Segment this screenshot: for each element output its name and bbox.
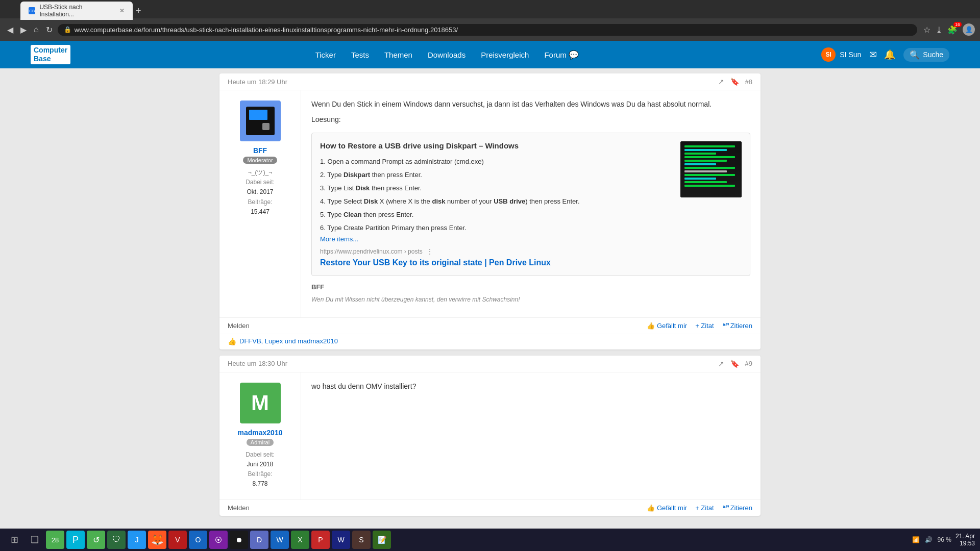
taskbar-app15[interactable]: S — [352, 531, 371, 549]
taskbar-network-icon[interactable]: 📶 — [912, 536, 920, 543]
cite-button-9[interactable]: ❝❞ Zitieren — [722, 504, 752, 512]
t-line — [684, 170, 727, 172]
post-8-emoji: ¬_(ツ)_¬ — [246, 168, 275, 178]
forward-button[interactable]: ▶ — [18, 23, 29, 37]
tab-close-button[interactable]: ✕ — [119, 7, 125, 14]
post-9-posts-value: 8.778 — [252, 480, 267, 487]
nav-tests[interactable]: Tests — [351, 51, 369, 59]
taskbar-grid-icon[interactable]: ⊞ — [5, 531, 23, 549]
quote-button-8[interactable]: + Zitat — [695, 322, 714, 330]
post-8-action-left: Melden — [228, 322, 250, 330]
step-2: 2. Type Diskpart then press Enter. — [320, 168, 670, 182]
nav-ticker[interactable]: Ticker — [315, 51, 336, 59]
bookmark-icon[interactable]: ☆ — [923, 25, 930, 35]
post-8-signature: BFF — [311, 283, 750, 291]
extensions-icon[interactable]: 🧩 — [947, 25, 958, 35]
page-content: Heute um 18:29 Uhr ↗ 🔖 #8 BFF Moderator — [209, 68, 771, 527]
post-8-body: BFF Moderator ¬_(ツ)_¬ Dabei seit:Okt. 20… — [219, 90, 761, 317]
bookmark-post-icon-9[interactable]: 🔖 — [730, 360, 739, 368]
bell-icon[interactable]: 🔔 — [884, 49, 895, 60]
taskbar-app2[interactable]: ↺ — [87, 531, 105, 549]
logo-line2: Base — [34, 55, 67, 63]
download-icon[interactable]: ⤓ — [936, 25, 942, 35]
site-logo[interactable]: Computer Base — [31, 45, 72, 64]
mail-icon[interactable]: ✉ — [869, 49, 877, 60]
avatar-letter: M — [251, 391, 269, 415]
link-title-big[interactable]: Restore Your USB Key to its original sta… — [320, 258, 742, 267]
taskbar-app7[interactable]: O — [189, 531, 207, 549]
link-preview-title: How to Restore a USB drive using Diskpar… — [320, 141, 670, 150]
back-button[interactable]: ◀ — [5, 23, 15, 37]
post-9-text: wo hast du denn OMV installiert? — [311, 381, 750, 392]
post-8-posts-value: 15.447 — [251, 208, 270, 215]
user-name: SI Sun — [840, 51, 861, 59]
nav-preisvergleich[interactable]: Preisvergleich — [481, 51, 529, 59]
post-9-posts-label: Beiträge: — [248, 470, 272, 478]
taskbar-app4[interactable]: J — [128, 531, 146, 549]
taskbar-app11[interactable]: W — [271, 531, 289, 549]
report-button-8[interactable]: Melden — [228, 322, 250, 330]
t-line — [684, 149, 727, 151]
nav-bar: ◀ ▶ ⌂ ↻ 🔒 www.computerbase.de/forum/thre… — [0, 18, 980, 41]
terminal-screenshot — [680, 141, 742, 197]
taskbar-app16[interactable]: 📝 — [373, 531, 391, 549]
taskbar-app10[interactable]: D — [250, 531, 268, 549]
bookmark-post-icon[interactable]: 🔖 — [730, 78, 739, 86]
url-text: www.computerbase.de/forum/threads/usb-st… — [75, 26, 911, 34]
post-9-content: wo hast du denn OMV installiert? — [301, 372, 761, 499]
taskbar-windows-icon[interactable]: ❑ — [26, 531, 44, 549]
like-button-9[interactable]: 👍 Gefällt mir — [647, 504, 687, 512]
t-line — [684, 163, 716, 165]
nav-forum[interactable]: Forum 💬 — [544, 50, 578, 60]
taskbar-app6[interactable]: V — [168, 531, 187, 549]
share-icon-9[interactable]: ↗ — [718, 360, 724, 368]
post-8-author-role: Moderator — [243, 157, 277, 164]
likes-users[interactable]: DFFVB, Lupex und madmax2010 — [239, 337, 338, 345]
taskbar-app5[interactable]: 🦊 — [148, 531, 166, 549]
step-1: 1. Open a command Prompt as administrato… — [320, 155, 670, 168]
post-8-signature-quote: Wen Du mit Wissen nicht überzeugen kanns… — [311, 296, 750, 303]
taskbar-clock[interactable]: 21. Apr 19:53 — [955, 533, 975, 547]
taskbar-right: 📶 🔊 96 % 21. Apr 19:53 — [912, 533, 975, 547]
nav-themen[interactable]: Themen — [384, 51, 412, 59]
post-9: Heute um 18:30 Uhr ↗ 🔖 #9 M madmax2010 A… — [219, 356, 761, 516]
profile-button[interactable]: 👤 — [963, 23, 975, 36]
report-button-9[interactable]: Melden — [228, 504, 250, 512]
post-9-author-name[interactable]: madmax2010 — [238, 429, 283, 437]
t-line — [684, 156, 735, 158]
search-button[interactable]: 🔍 Suche — [903, 48, 949, 62]
taskbar-app14[interactable]: W — [332, 531, 350, 549]
share-icon[interactable]: ↗ — [718, 78, 724, 86]
taskbar-app8[interactable]: ⦿ — [209, 531, 228, 549]
new-tab-button[interactable]: + — [136, 6, 141, 15]
post-9-time-link[interactable]: Heute um 18:30 Uhr — [228, 360, 287, 367]
cite-button-8[interactable]: ❝❞ Zitieren — [722, 322, 752, 330]
link-preview-inner: How to Restore a USB drive using Diskpar… — [320, 141, 742, 243]
browser-tab[interactable]: CB USB-Stick nach Installation... ✕ — [20, 2, 133, 20]
more-items-link[interactable]: More items... — [320, 235, 358, 243]
post-8-time-link[interactable]: Heute um 18:29 Uhr — [228, 78, 287, 86]
taskbar-sys-icons: 📶 🔊 96 % — [912, 536, 951, 543]
taskbar-app12[interactable]: X — [291, 531, 309, 549]
post-8-joined-value: Okt. 2017 — [247, 188, 273, 195]
taskbar-app9[interactable]: ⏺ — [230, 531, 248, 549]
user-avatar[interactable]: SI — [821, 47, 836, 62]
quote-button-9[interactable]: + Zitat — [695, 504, 714, 512]
options-icon[interactable]: ⋮ — [427, 248, 433, 255]
taskbar-app3[interactable]: 🛡 — [107, 531, 126, 549]
reload-button[interactable]: ↻ — [44, 23, 55, 37]
address-bar[interactable]: 🔒 www.computerbase.de/forum/threads/usb-… — [58, 24, 917, 36]
taskbar-volume-icon[interactable]: 🔊 — [925, 536, 933, 543]
post-8-author-name[interactable]: BFF — [253, 146, 267, 155]
taskbar-calendar-icon[interactable]: 28 — [46, 531, 64, 549]
step-3: 3. Type List Disk then press Enter. — [320, 182, 670, 195]
post-8-meta-right: ↗ 🔖 #8 — [718, 78, 752, 86]
taskbar-app1[interactable]: P — [66, 531, 85, 549]
tab-title: USB-Stick nach Installation... — [39, 4, 115, 18]
nav-downloads[interactable]: Downloads — [428, 51, 465, 59]
link-preview-card: How to Restore a USB drive using Diskpar… — [311, 133, 750, 276]
taskbar-app13[interactable]: P — [311, 531, 330, 549]
taskbar: ⊞ ❑ 28 P ↺ 🛡 J 🦊 V O ⦿ ⏺ D W X P W S 📝 📶… — [0, 529, 980, 551]
home-button[interactable]: ⌂ — [32, 23, 41, 36]
like-button-8[interactable]: 👍 Gefällt mir — [647, 322, 687, 330]
